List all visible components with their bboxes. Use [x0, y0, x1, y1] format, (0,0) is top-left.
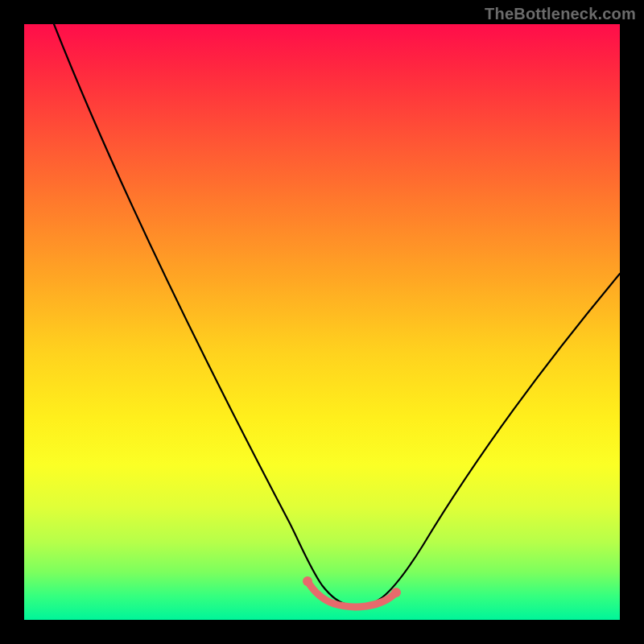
watermark-text: TheBottleneck.com [485, 5, 636, 23]
optimal-range-end-right [391, 588, 401, 597]
plot-area [24, 24, 620, 620]
curve-layer [24, 24, 620, 620]
chart-frame: TheBottleneck.com [0, 0, 644, 644]
optimal-range-end-left [303, 576, 312, 586]
bottleneck-curve [54, 24, 620, 606]
optimal-range-marker [308, 581, 396, 607]
